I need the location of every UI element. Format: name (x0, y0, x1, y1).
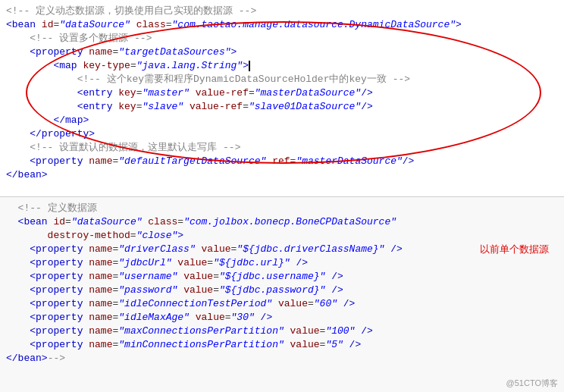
bottom-line-content-0: <!-- 定义数据源 (0, 202, 564, 215)
top-line-3: <property name="targetDataSources"> (0, 45, 564, 59)
bottom-line-content-1: <bean id="dataSource" class="com.jolbox.… (0, 215, 564, 229)
top-line-content-5: <!-- 这个key需要和程序DynamicDataSourceHolder中的… (0, 73, 564, 86)
top-code-area: <!-- 定义动态数据源，切换使用自己实现的数据源 --><bean id="d… (0, 0, 564, 187)
bottom-code-area: <!-- 定义数据源 <bean id="dataSource" class="… (0, 197, 564, 370)
top-line-4: <map key-type="java.lang.String"> (0, 59, 564, 73)
bottom-line-10: <property name="minConnectionsPerPartiti… (0, 338, 564, 352)
top-line-8: </map> (0, 114, 564, 127)
top-line-content-4: <map key-type="java.lang.String"> (0, 59, 564, 73)
top-pane: <!-- 定义动态数据源，切换使用自己实现的数据源 --><bean id="d… (0, 0, 564, 197)
top-line-content-10: <!-- 设置默认的数据源，这里默认走写库 --> (0, 141, 564, 155)
top-line-0: <!-- 定义动态数据源，切换使用自己实现的数据源 --> (0, 5, 564, 18)
bottom-line-content-6: <property name="password" value="${jdbc.… (0, 284, 564, 297)
top-line-content-12: </bean> (0, 168, 564, 182)
bottom-line-content-8: <property name="idleMaxAge" value="30" /… (0, 311, 564, 325)
bottom-line-content-4: <property name="jdbcUrl" value="${jdbc.u… (0, 256, 564, 270)
bottom-line-6: <property name="password" value="${jdbc.… (0, 284, 564, 297)
bottom-line-content-10: <property name="minConnectionsPerPartiti… (0, 338, 564, 352)
top-line-content-1: <bean id="dataSource" class="com.taotao.… (0, 18, 564, 32)
bottom-line-content-11: </bean>--> (0, 352, 564, 365)
bottom-line-11: </bean>--> (0, 352, 564, 365)
editor-container: <!-- 定义动态数据源，切换使用自己实现的数据源 --><bean id="d… (0, 0, 564, 392)
watermark-label: @51CTO博客 (506, 378, 558, 389)
bottom-line-7: <property name="idleConnectionTestPeriod… (0, 297, 564, 311)
bottom-line-0: <!-- 定义数据源 (0, 202, 564, 215)
top-line-12: </bean> (0, 168, 564, 182)
top-line-content-3: <property name="targetDataSources"> (0, 45, 564, 59)
top-line-11: <property name="defaultTargetDataSource"… (0, 155, 564, 168)
bottom-line-4: <property name="jdbcUrl" value="${jdbc.u… (0, 256, 564, 270)
bottom-line-9: <property name="maxConnectionsPerPartiti… (0, 325, 564, 338)
top-line-5: <!-- 这个key需要和程序DynamicDataSourceHolder中的… (0, 73, 564, 86)
bottom-line-content-5: <property name="username" value="${jdbc.… (0, 270, 564, 284)
top-line-content-7: <entry key="slave" value-ref="slave01Dat… (0, 100, 564, 114)
bottom-line-8: <property name="idleMaxAge" value="30" /… (0, 311, 564, 325)
bottom-line-2: destroy-method="close"> (0, 229, 564, 243)
top-line-content-9: </property> (0, 127, 564, 141)
bottom-line-content-9: <property name="maxConnectionsPerPartiti… (0, 325, 564, 338)
top-line-9: </property> (0, 127, 564, 141)
top-line-10: <!-- 设置默认的数据源，这里默认走写库 --> (0, 141, 564, 155)
annotation-label: 以前单个数据源 (480, 243, 549, 256)
top-line-7: <entry key="slave" value-ref="slave01Dat… (0, 100, 564, 114)
top-line-6: <entry key="master" value-ref="masterDat… (0, 86, 564, 100)
bottom-pane: <!-- 定义数据源 <bean id="dataSource" class="… (0, 197, 564, 392)
bottom-line-5: <property name="username" value="${jdbc.… (0, 270, 564, 284)
bottom-line-content-2: destroy-method="close"> (0, 229, 564, 243)
top-line-content-11: <property name="defaultTargetDataSource"… (0, 155, 564, 168)
top-line-content-6: <entry key="master" value-ref="masterDat… (0, 86, 564, 100)
bottom-line-content-7: <property name="idleConnectionTestPeriod… (0, 297, 564, 311)
top-line-2: <!-- 设置多个数据源 --> (0, 32, 564, 45)
top-line-1: <bean id="dataSource" class="com.taotao.… (0, 18, 564, 32)
top-line-content-8: </map> (0, 114, 564, 127)
bottom-line-1: <bean id="dataSource" class="com.jolbox.… (0, 215, 564, 229)
top-line-content-0: <!-- 定义动态数据源，切换使用自己实现的数据源 --> (0, 5, 564, 18)
top-line-content-2: <!-- 设置多个数据源 --> (0, 32, 564, 45)
